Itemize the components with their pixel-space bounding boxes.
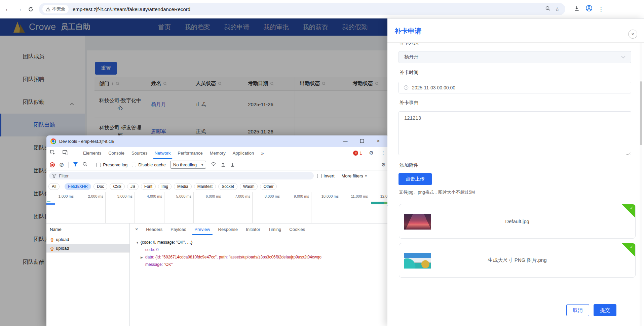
url-text[interactable]: emp-test.zjf-it.cn/#/team/fakeDuty/atten… xyxy=(73,6,543,12)
tab-timing[interactable]: Timing xyxy=(268,223,281,235)
reason-textarea[interactable]: 121213 xyxy=(399,111,631,155)
browser-menu-icon[interactable]: ⋮ xyxy=(595,6,607,13)
checkbox-icon xyxy=(317,174,321,178)
back-icon[interactable]: ← xyxy=(2,3,13,15)
name-column-header[interactable]: Name xyxy=(46,223,130,235)
clear-icon[interactable]: ⊘ xyxy=(59,161,64,168)
tab-payload[interactable]: Payload xyxy=(171,223,186,235)
scrollbar-thumb[interactable] xyxy=(640,81,642,145)
preserve-log-checkbox[interactable]: Preserve log xyxy=(97,162,127,167)
reload-icon[interactable] xyxy=(25,3,36,15)
downloads-icon[interactable] xyxy=(571,5,583,13)
cancel-button[interactable]: 取消 xyxy=(566,304,589,316)
uploaded-file-card[interactable]: 生成大尺寸 PNG 图片.png ✓ xyxy=(399,243,636,278)
network-conditions-icon[interactable] xyxy=(211,162,216,168)
chip-manifest[interactable]: Manifest xyxy=(194,183,216,190)
error-badge[interactable]: × 1 xyxy=(353,151,362,156)
invert-checkbox[interactable]: Invert xyxy=(317,173,335,178)
json-code-line: code: 0 xyxy=(145,247,158,252)
devtools-titlebar[interactable]: DevTools - emp-test.zjf-it.cn/ — × xyxy=(46,135,389,147)
tab-initiator[interactable]: Initiator xyxy=(246,223,260,235)
maximize-icon[interactable] xyxy=(355,139,369,144)
bookmark-star-icon[interactable]: ☆ xyxy=(553,6,562,12)
chevron-down-icon xyxy=(621,56,626,58)
screen: ← → 不安全 emp-test.zjf-it.cn/#/team/fakeDu… xyxy=(0,0,644,326)
filter-funnel-icon[interactable] xyxy=(73,162,78,168)
upload-button[interactable]: 点击上传 xyxy=(399,173,432,185)
tab-performance[interactable]: Performance xyxy=(178,147,202,159)
tab-application[interactable]: Application xyxy=(233,147,254,159)
tab-response[interactable]: Response xyxy=(218,223,238,235)
export-har-icon[interactable] xyxy=(230,162,235,168)
tab-network[interactable]: Network xyxy=(155,147,171,159)
close-icon[interactable]: × xyxy=(372,138,385,144)
chip-wasm[interactable]: Wasm xyxy=(240,183,258,190)
forward-icon[interactable]: → xyxy=(13,3,25,15)
time-input[interactable]: 2025-11-03 00:00:00 xyxy=(399,82,631,93)
chip-media[interactable]: Media xyxy=(174,183,192,190)
profile-icon[interactable] xyxy=(583,5,595,13)
throttling-select[interactable]: No throttling▾ xyxy=(170,161,206,169)
json-request-icon: {} xyxy=(50,246,53,251)
uploaded-file-card[interactable]: Default.jpg ✓ xyxy=(399,204,636,239)
more-tabs-icon[interactable]: » xyxy=(261,147,264,159)
request-detail-tabbar: × Headers Payload Preview Response Initi… xyxy=(130,223,389,235)
expand-arrow-icon[interactable]: ▶ xyxy=(141,256,145,259)
settings-gear-icon[interactable]: ⚙ xyxy=(369,150,374,156)
file-thumbnail[interactable] xyxy=(404,253,431,269)
device-toolbar-icon[interactable] xyxy=(63,150,69,156)
timeline-tick: 7,000 ms xyxy=(223,194,250,198)
zoom-out-icon[interactable] xyxy=(543,6,553,12)
more-filters-dropdown[interactable]: More filters▾ xyxy=(342,173,367,178)
drawer-close-icon[interactable]: × xyxy=(628,30,637,39)
tab-preview[interactable]: Preview xyxy=(194,223,210,235)
tab-memory[interactable]: Memory xyxy=(210,147,226,159)
network-settings-gear-icon[interactable]: ⚙ xyxy=(381,162,386,168)
address-bar[interactable]: 不安全 emp-test.zjf-it.cn/#/team/fakeDuty/a… xyxy=(39,3,565,15)
chip-other[interactable]: Other xyxy=(260,183,277,190)
security-chip[interactable]: 不安全 xyxy=(42,5,69,13)
chip-img[interactable]: Img xyxy=(158,183,172,190)
chip-fetch-xhr[interactable]: Fetch/XHR xyxy=(65,183,91,190)
json-summary-line[interactable]: ▼{code: 0, message: "OK", …} xyxy=(136,240,192,245)
checkbox-icon xyxy=(132,163,136,167)
file-thumbnail[interactable] xyxy=(404,214,431,230)
warning-icon xyxy=(46,7,50,11)
search-icon[interactable] xyxy=(82,162,87,168)
request-row-upload[interactable]: {} upload xyxy=(46,235,129,244)
request-row-upload-selected[interactable]: {} upload xyxy=(46,244,129,253)
timeline-tick: 6,000 ms xyxy=(194,194,221,198)
drawer-scrollbar[interactable] xyxy=(640,43,642,326)
disable-cache-checkbox[interactable]: Disable cache xyxy=(132,162,166,167)
chip-css[interactable]: CSS xyxy=(110,183,125,190)
minimize-icon[interactable]: — xyxy=(339,139,352,144)
json-preview-pane[interactable]: ▼{code: 0, message: "OK", …} code: 0 ▶da… xyxy=(130,235,389,326)
chip-font[interactable]: Font xyxy=(141,183,156,190)
check-icon: ✓ xyxy=(630,244,634,249)
json-data-line[interactable]: ▶data: {id: "6926714cdca9810fdc9e47cc", … xyxy=(141,255,321,259)
submit-button[interactable]: 提交 xyxy=(594,304,616,316)
devtools-menu-icon[interactable]: ⋮ xyxy=(381,150,386,156)
tab-elements[interactable]: Elements xyxy=(83,147,101,159)
person-select[interactable]: 杨丹丹 xyxy=(399,51,631,63)
tab-sources[interactable]: Sources xyxy=(131,147,148,159)
timeline-tick: 10,000 ms xyxy=(312,194,339,198)
network-timeline[interactable]: 1,000 ms 2,000 ms 3,000 ms 4,000 ms 5,00… xyxy=(46,192,389,223)
devtools-window: DevTools - emp-test.zjf-it.cn/ — × Eleme… xyxy=(46,135,389,326)
inspect-element-icon[interactable] xyxy=(50,150,55,156)
tab-headers[interactable]: Headers xyxy=(146,223,162,235)
upload-hint: 支持jpg、png格式，图片大小不超过5M xyxy=(399,189,475,195)
chip-socket[interactable]: Socket xyxy=(218,183,237,190)
tab-console[interactable]: Console xyxy=(108,147,124,159)
reason-field-label: 补卡事由 xyxy=(400,100,418,106)
chip-doc[interactable]: Doc xyxy=(93,183,107,190)
chip-all[interactable]: All xyxy=(48,183,60,190)
close-detail-icon[interactable]: × xyxy=(135,227,138,232)
record-icon[interactable] xyxy=(50,162,55,167)
tab-cookies[interactable]: Cookies xyxy=(289,223,305,235)
collapse-arrow-icon[interactable]: ▼ xyxy=(136,241,141,244)
chip-js[interactable]: JS xyxy=(127,183,139,190)
import-har-icon[interactable] xyxy=(221,162,226,168)
filter-input[interactable]: Filter xyxy=(49,172,314,179)
divider xyxy=(68,162,69,168)
